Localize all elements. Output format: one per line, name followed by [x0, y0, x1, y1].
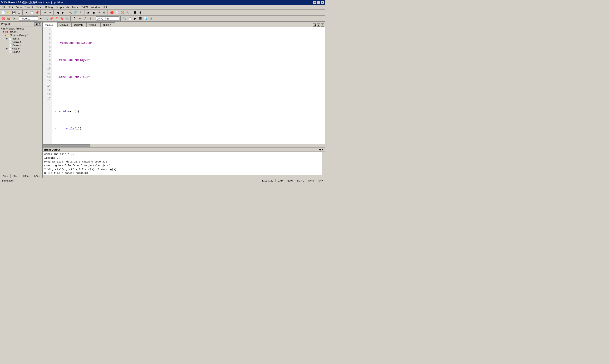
build-output-scrollbar[interactable] [322, 152, 325, 175]
redo-button[interactable]: ↪ [48, 10, 52, 15]
tab-delay-c[interactable]: Delay.c [57, 22, 72, 27]
func-list-button[interactable]: 📋 [128, 16, 132, 21]
settings-button[interactable]: ⚙ [138, 10, 143, 15]
sidebar-tab-books[interactable]: Bo... [11, 174, 21, 178]
view-extra-button[interactable]: ☰ [138, 16, 143, 21]
close-button[interactable]: ✕ [321, 1, 324, 4]
nav-back-button[interactable]: ◀ [55, 10, 60, 15]
menu-tools[interactable]: Tools [70, 5, 79, 9]
debug-reset-button[interactable]: ↺ [97, 10, 101, 15]
hscroll-track[interactable] [43, 144, 325, 147]
tab-nixie-h[interactable]: Nixie.h [101, 22, 115, 27]
tree-delay-c[interactable]: 📄 Delay.c [0, 40, 42, 43]
target-expand-button[interactable]: ▼ [39, 16, 43, 21]
inspect-button[interactable]: 🔍 [44, 16, 49, 21]
tree-main-c[interactable]: ▶ 📄 main.c [0, 37, 42, 40]
step-in-button[interactable]: ⤵ [72, 16, 77, 21]
target2-button[interactable]: 📌 [49, 16, 54, 21]
config-button[interactable]: ⚙ [12, 16, 16, 21]
sidebar-tab-templates[interactable]: Ⅱ₄ Te... [32, 174, 43, 178]
cut-button[interactable]: ✂ [24, 10, 29, 15]
debug-stop-button[interactable]: ⏹ [91, 10, 96, 15]
menu-file[interactable]: File [0, 5, 8, 9]
tree-root[interactable]: ▼ 🗂 Project: Project [0, 27, 42, 30]
bp2-button[interactable]: ⚪ [115, 10, 119, 15]
debug-extra-button[interactable]: ⚙ [102, 10, 107, 15]
tree-nixie-c[interactable]: ▶ 📄 Nixie.c [0, 47, 42, 50]
tree-target1[interactable]: ▼ 🎯 Target 1 [0, 30, 42, 34]
build-output-pin-button[interactable]: ◀ [319, 148, 321, 151]
tab-delay-h[interactable]: Delay.h [72, 22, 86, 27]
menu-svcs[interactable]: SVCS [79, 5, 89, 9]
menu-project[interactable]: Project [23, 5, 34, 9]
nixie-c-expand-icon[interactable]: ▶ [6, 47, 8, 50]
tab-nixie-c[interactable]: Nixie.c [86, 22, 101, 27]
code-text-6 [59, 127, 66, 131]
undo-button[interactable]: ↩ [42, 10, 47, 15]
copy-button[interactable]: 📋 [29, 10, 34, 15]
build-button[interactable]: 🔨 [68, 10, 73, 15]
sidebar-pin-button[interactable]: ◀ [34, 22, 38, 26]
tab-bar-close-button[interactable]: ✕ [321, 23, 324, 27]
tree-nixie-h[interactable]: 📄 Nixie.h [0, 50, 42, 53]
code-content[interactable]: #include <REGX52.H> #include "Delay.H" #… [52, 27, 325, 144]
view-menu-button[interactable]: ☰ [133, 10, 138, 15]
new-file-button[interactable]: 📄 [1, 10, 6, 15]
menu-debug[interactable]: Debug [44, 5, 54, 9]
target-settings-button[interactable]: 🎯 [1, 16, 6, 21]
target3-button[interactable]: 📍 [54, 16, 59, 21]
run-to-button[interactable]: ⤸ [88, 16, 93, 21]
menu-peripherals[interactable]: Peripherals [54, 5, 70, 9]
run-sim-button[interactable]: ▶ [133, 16, 138, 21]
step-over-button[interactable]: ⤷ [78, 16, 82, 21]
debug-start-button[interactable]: ▶ [86, 10, 91, 15]
build-output-close-button[interactable]: ✕ [321, 148, 324, 151]
menu-window[interactable]: Window [89, 5, 101, 9]
delay-c-icon: 📄 [9, 41, 12, 43]
analyze-button[interactable]: 📊 [143, 16, 148, 21]
source-group-expand-icon[interactable]: ▼ [4, 34, 6, 36]
open-button[interactable]: 📂 [6, 10, 11, 15]
extra-button[interactable]: ⚙ [148, 16, 153, 21]
step-out-button[interactable]: ⤴ [83, 16, 88, 21]
menu-help[interactable]: Help [101, 5, 110, 9]
hscroll-thumb[interactable] [43, 144, 91, 147]
build-output-hscroll[interactable] [43, 175, 325, 178]
nav-fwd-button[interactable]: ▶ [60, 10, 65, 15]
minimize-button[interactable]: ─ [313, 1, 316, 4]
tree-source-group[interactable]: ▼ 📁 Source Group 1 [0, 34, 42, 37]
menu-view[interactable]: View [15, 5, 24, 9]
paste-button[interactable]: 📌 [35, 10, 39, 15]
rebuild-button[interactable]: 🔄 [73, 10, 78, 15]
menu-flash[interactable]: Flash [35, 5, 44, 9]
sidebar-tab-functions[interactable]: {} Fu... [21, 174, 32, 178]
collapse-icon-5[interactable]: ⊟ [55, 109, 56, 114]
bp-button[interactable]: 🔴 [109, 10, 114, 15]
root-expand-icon[interactable]: ▼ [0, 27, 3, 30]
target-input[interactable] [19, 16, 38, 21]
editor-hscroll[interactable] [43, 144, 325, 147]
main-c-expand-icon[interactable]: ▶ [6, 37, 8, 40]
menu-edit[interactable]: Edit [8, 5, 15, 9]
manage-button[interactable]: 📦 [6, 16, 11, 21]
maximize-button[interactable]: □ [317, 1, 320, 4]
bp3-button[interactable]: 🚫 [120, 10, 125, 15]
load-button[interactable]: ⬇ [78, 10, 83, 15]
collapse-icon-6[interactable]: ⊟ [55, 127, 56, 131]
target4-button[interactable]: 🔖 [59, 16, 64, 21]
save-button[interactable]: 💾 [12, 10, 16, 15]
function-search-input[interactable] [96, 16, 119, 21]
target5-button[interactable]: 📎 [65, 16, 69, 21]
bp4-button[interactable]: 🔧 [125, 10, 130, 15]
tab-bar-right-button[interactable]: ▶ [317, 23, 320, 27]
tab-bar-left-button[interactable]: ◀ [313, 23, 316, 27]
save-all-button[interactable]: 🗂 [17, 10, 21, 15]
target-expand-icon[interactable]: ▼ [2, 31, 4, 33]
tab-main-c[interactable]: main.c [43, 23, 57, 27]
tree-delay-h[interactable]: 📄 Delay.h [0, 43, 42, 47]
sidebar-close-button[interactable]: ✕ [38, 22, 41, 26]
code-text-6b: (1){ [75, 127, 81, 131]
sidebar-tab-project[interactable]: Pro... [0, 174, 11, 178]
func-search-button[interactable]: 🔍 [122, 16, 127, 21]
main-c-label: main.c [12, 37, 19, 40]
